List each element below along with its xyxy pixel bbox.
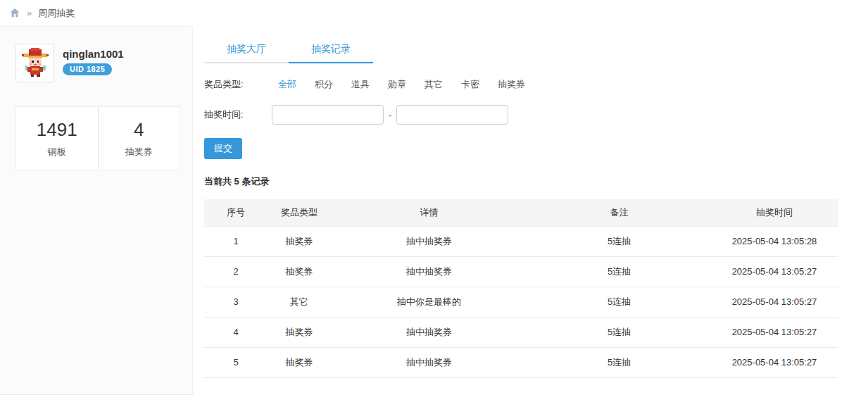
user-card: qinglan1001 UID 1825 bbox=[0, 27, 192, 96]
mascot-avatar-image bbox=[19, 47, 51, 80]
record-count-summary: 当前共 5 条记录 bbox=[204, 175, 838, 188]
filter-option-points[interactable]: 积分 bbox=[315, 78, 333, 91]
cell-prize-type: 抽奖券 bbox=[268, 256, 331, 287]
copper-value: 1491 bbox=[16, 119, 98, 141]
cell-detail: 抽中抽奖券 bbox=[331, 256, 527, 287]
cell-index: 4 bbox=[204, 317, 268, 347]
cell-remark: 5连抽 bbox=[527, 226, 711, 256]
cell-remark: 5连抽 bbox=[527, 347, 711, 377]
breadcrumb-current: 周周抽奖 bbox=[38, 7, 75, 20]
filter-option-other[interactable]: 其它 bbox=[424, 78, 443, 91]
table-row: 2 抽奖券 抽中抽奖券 5连抽 2025-05-04 13:05:27 bbox=[204, 256, 838, 287]
cell-prize-type: 抽奖券 bbox=[268, 347, 331, 377]
currency-stats-box: 1491 铜板 4 抽奖券 bbox=[15, 106, 180, 170]
cell-index: 1 bbox=[204, 226, 268, 256]
cell-index: 2 bbox=[204, 256, 268, 287]
stat-copper: 1491 铜板 bbox=[16, 107, 99, 170]
cell-remark: 5连抽 bbox=[527, 287, 711, 317]
breadcrumb-separator: » bbox=[27, 8, 32, 18]
cell-detail: 抽中抽奖券 bbox=[331, 347, 527, 377]
submit-button[interactable]: 提交 bbox=[204, 138, 242, 159]
cell-draw-time: 2025-05-04 13:05:28 bbox=[711, 226, 838, 256]
cell-index: 5 bbox=[204, 347, 268, 377]
table-header-row: 序号 奖品类型 详情 备注 抽奖时间 bbox=[204, 199, 838, 226]
draw-time-from-input[interactable] bbox=[272, 105, 384, 125]
tab-bar: 抽奖大厅 抽奖记录 bbox=[204, 34, 373, 63]
cell-remark: 5连抽 bbox=[527, 317, 711, 347]
cell-prize-type: 其它 bbox=[268, 287, 331, 317]
draw-time-to-input[interactable] bbox=[396, 105, 508, 125]
cell-detail: 抽中抽奖券 bbox=[331, 226, 527, 256]
copper-label: 铜板 bbox=[16, 146, 98, 158]
home-icon[interactable] bbox=[9, 8, 20, 18]
stat-tickets: 4 抽奖券 bbox=[99, 107, 180, 170]
tab-lottery-hall[interactable]: 抽奖大厅 bbox=[204, 34, 289, 63]
prize-type-options: 全部 积分 道具 勋章 其它 卡密 抽奖券 bbox=[278, 78, 543, 91]
col-header-index: 序号 bbox=[204, 199, 268, 226]
cell-remark: 5连抽 bbox=[527, 256, 711, 287]
main-content: 抽奖大厅 抽奖记录 奖品类型: 全部 积分 道具 勋章 其它 卡密 抽奖券 抽奖… bbox=[193, 26, 868, 395]
filter-option-props[interactable]: 道具 bbox=[351, 78, 370, 91]
cell-draw-time: 2025-05-04 13:05:27 bbox=[711, 287, 838, 317]
tickets-label: 抽奖券 bbox=[99, 146, 180, 158]
cell-index: 3 bbox=[204, 287, 268, 317]
table-row: 4 抽奖券 抽中抽奖券 5连抽 2025-05-04 13:05:27 bbox=[204, 317, 838, 347]
cell-prize-type: 抽奖券 bbox=[268, 226, 331, 256]
filter-option-medal[interactable]: 勋章 bbox=[388, 78, 406, 91]
cell-detail: 抽中抽奖券 bbox=[331, 317, 527, 347]
cell-prize-type: 抽奖券 bbox=[268, 317, 331, 347]
user-sidebar: qinglan1001 UID 1825 1491 铜板 4 抽奖券 bbox=[0, 26, 193, 395]
table-row: 1 抽奖券 抽中抽奖券 5连抽 2025-05-04 13:05:28 bbox=[204, 226, 838, 256]
draw-time-label: 抽奖时间: bbox=[204, 108, 255, 121]
col-header-detail: 详情 bbox=[331, 199, 527, 226]
table-row: 5 抽奖券 抽中抽奖券 5连抽 2025-05-04 13:05:27 bbox=[204, 347, 838, 377]
tickets-value: 4 bbox=[99, 119, 180, 141]
username: qinglan1001 bbox=[63, 48, 124, 60]
tab-lottery-records[interactable]: 抽奖记录 bbox=[289, 34, 373, 63]
user-avatar bbox=[15, 44, 54, 82]
filter-option-cardkey[interactable]: 卡密 bbox=[461, 78, 479, 91]
col-header-remark: 备注 bbox=[527, 199, 711, 226]
breadcrumb: » 周周抽奖 bbox=[0, 0, 868, 26]
range-separator: - bbox=[389, 110, 391, 120]
col-header-draw-time: 抽奖时间 bbox=[711, 199, 838, 226]
uid-badge: UID 1825 bbox=[63, 63, 112, 75]
records-table: 序号 奖品类型 详情 备注 抽奖时间 1 抽奖券 抽中抽奖券 5连抽 2025-… bbox=[204, 199, 838, 378]
cell-draw-time: 2025-05-04 13:05:27 bbox=[711, 317, 838, 347]
col-header-prize-type: 奖品类型 bbox=[268, 199, 331, 226]
table-row: 3 其它 抽中你是最棒的 5连抽 2025-05-04 13:05:27 bbox=[204, 287, 838, 317]
draw-time-filter-row: 抽奖时间: - bbox=[204, 105, 838, 125]
cell-draw-time: 2025-05-04 13:05:27 bbox=[711, 256, 838, 287]
prize-type-label: 奖品类型: bbox=[204, 78, 255, 91]
cell-detail: 抽中你是最棒的 bbox=[331, 287, 527, 317]
filter-option-all[interactable]: 全部 bbox=[278, 78, 296, 91]
cell-draw-time: 2025-05-04 13:05:27 bbox=[711, 347, 838, 377]
prize-type-filter-row: 奖品类型: 全部 积分 道具 勋章 其它 卡密 抽奖券 bbox=[204, 78, 838, 91]
filter-option-ticket[interactable]: 抽奖券 bbox=[498, 78, 525, 91]
